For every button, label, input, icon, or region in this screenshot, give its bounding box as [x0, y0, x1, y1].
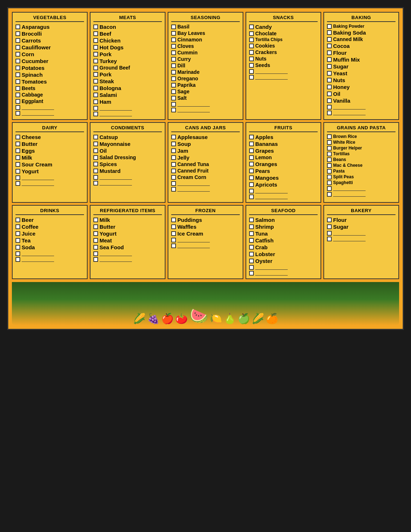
checkbox[interactable]: [16, 245, 20, 250]
checkbox[interactable]: [16, 135, 20, 139]
checkbox[interactable]: [16, 59, 20, 63]
checkbox[interactable]: [327, 111, 332, 115]
checkbox[interactable]: [327, 98, 332, 103]
checkbox[interactable]: [16, 251, 20, 256]
checkbox[interactable]: [16, 79, 20, 84]
checkbox[interactable]: [249, 231, 254, 236]
checkbox[interactable]: [171, 181, 176, 186]
checkbox[interactable]: [327, 24, 332, 29]
checkbox[interactable]: [16, 148, 20, 153]
checkbox[interactable]: [327, 134, 332, 139]
checkbox[interactable]: [16, 31, 20, 36]
checkbox[interactable]: [327, 37, 332, 42]
checkbox[interactable]: [16, 224, 20, 229]
checkbox[interactable]: [93, 31, 98, 36]
checkbox[interactable]: [93, 218, 98, 222]
checkbox[interactable]: [16, 45, 20, 50]
checkbox[interactable]: [16, 175, 20, 180]
checkbox[interactable]: [93, 106, 98, 111]
checkbox[interactable]: [171, 135, 176, 139]
checkbox[interactable]: [16, 218, 20, 222]
checkbox[interactable]: [171, 102, 176, 107]
checkbox[interactable]: [171, 83, 176, 88]
checkbox[interactable]: [16, 105, 20, 110]
checkbox[interactable]: [171, 224, 176, 229]
checkbox[interactable]: [327, 64, 332, 69]
checkbox[interactable]: [249, 69, 254, 74]
checkbox[interactable]: [249, 265, 254, 270]
checkbox[interactable]: [327, 44, 332, 48]
checkbox[interactable]: [93, 245, 98, 250]
checkbox[interactable]: [327, 218, 332, 222]
checkbox[interactable]: [249, 57, 254, 61]
checkbox[interactable]: [93, 231, 98, 236]
checkbox[interactable]: [249, 271, 254, 276]
checkbox[interactable]: [93, 257, 98, 262]
checkbox[interactable]: [16, 111, 20, 116]
checkbox[interactable]: [249, 238, 254, 243]
checkbox[interactable]: [16, 238, 20, 243]
checkbox[interactable]: [249, 24, 254, 29]
checkbox[interactable]: [171, 37, 176, 42]
checkbox[interactable]: [249, 252, 254, 256]
checkbox[interactable]: [171, 96, 176, 100]
checkbox[interactable]: [327, 175, 332, 179]
checkbox[interactable]: [93, 24, 98, 29]
checkbox[interactable]: [171, 50, 176, 55]
checkbox[interactable]: [249, 162, 254, 166]
checkbox[interactable]: [171, 175, 176, 180]
checkbox[interactable]: [16, 66, 20, 70]
checkbox[interactable]: [171, 231, 176, 236]
checkbox[interactable]: [327, 192, 332, 197]
checkbox[interactable]: [249, 63, 254, 68]
checkbox[interactable]: [171, 218, 176, 222]
checkbox[interactable]: [249, 175, 254, 180]
checkbox[interactable]: [93, 155, 98, 160]
checkbox[interactable]: [16, 72, 20, 77]
checkbox[interactable]: [93, 86, 98, 90]
checkbox[interactable]: [16, 86, 20, 91]
checkbox[interactable]: [327, 163, 332, 168]
checkbox[interactable]: [93, 45, 98, 50]
checkbox[interactable]: [93, 142, 98, 146]
checkbox[interactable]: [327, 30, 332, 35]
checkbox[interactable]: [93, 148, 98, 153]
checkbox[interactable]: [16, 231, 20, 236]
checkbox[interactable]: [249, 44, 254, 48]
checkbox[interactable]: [327, 91, 332, 96]
checkbox[interactable]: [16, 52, 20, 57]
checkbox[interactable]: [16, 169, 20, 174]
checkbox[interactable]: [93, 52, 98, 57]
checkbox[interactable]: [249, 135, 254, 139]
checkbox[interactable]: [249, 37, 254, 42]
checkbox[interactable]: [171, 187, 176, 192]
checkbox[interactable]: [249, 169, 254, 173]
checkbox[interactable]: [16, 93, 20, 97]
checkbox[interactable]: [93, 135, 98, 139]
checkbox[interactable]: [327, 157, 332, 162]
checkbox[interactable]: [327, 180, 332, 185]
checkbox[interactable]: [327, 71, 332, 76]
checkbox[interactable]: [93, 59, 98, 63]
checkbox[interactable]: [249, 31, 254, 36]
checkbox[interactable]: [93, 93, 98, 97]
checkbox[interactable]: [327, 140, 332, 145]
checkbox[interactable]: [171, 70, 176, 75]
checkbox[interactable]: [327, 146, 332, 151]
checkbox[interactable]: [16, 155, 20, 160]
checkbox[interactable]: [93, 181, 98, 185]
checkbox[interactable]: [171, 155, 176, 160]
checkbox[interactable]: [93, 66, 98, 70]
checkbox[interactable]: [171, 108, 176, 112]
checkbox[interactable]: [327, 152, 332, 156]
checkbox[interactable]: [327, 85, 332, 89]
checkbox[interactable]: [16, 38, 20, 43]
checkbox[interactable]: [171, 162, 176, 167]
checkbox[interactable]: [171, 63, 176, 68]
checkbox[interactable]: [249, 218, 254, 222]
checkbox[interactable]: [327, 105, 332, 109]
checkbox[interactable]: [93, 251, 98, 256]
checkbox[interactable]: [171, 57, 176, 62]
checkbox[interactable]: [249, 75, 254, 80]
checkbox[interactable]: [249, 189, 254, 193]
